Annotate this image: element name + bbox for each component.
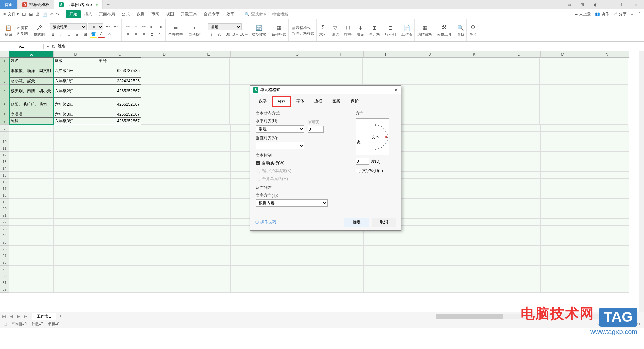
cell[interactable] [319, 286, 364, 293]
cell[interactable] [98, 286, 142, 293]
cell[interactable] [186, 179, 231, 185]
align-top-button[interactable]: ⬴ [124, 23, 131, 30]
cell[interactable] [452, 252, 496, 259]
cell[interactable] [54, 246, 98, 252]
cell[interactable] [9, 252, 54, 259]
vertical-text-checkbox[interactable] [356, 169, 360, 173]
cell[interactable] [319, 246, 364, 252]
cell[interactable] [9, 226, 54, 232]
cell[interactable] [141, 118, 185, 125]
cell[interactable] [496, 259, 541, 266]
cell[interactable] [54, 145, 98, 152]
cell[interactable] [584, 111, 628, 118]
cell[interactable] [231, 259, 275, 266]
cell[interactable] [452, 212, 496, 219]
cell[interactable] [452, 152, 496, 158]
cell[interactable] [9, 219, 54, 226]
cell[interactable] [54, 158, 98, 165]
cell[interactable] [585, 226, 629, 232]
cell[interactable]: 六年级2班 [53, 98, 97, 111]
cell[interactable] [585, 132, 629, 138]
cell[interactable] [185, 118, 230, 125]
cell[interactable] [141, 85, 185, 98]
cell[interactable] [231, 246, 275, 252]
col-header-B[interactable]: B [54, 51, 98, 58]
cell[interactable] [186, 145, 231, 152]
wrap-text-button[interactable]: ↵自动换行 [188, 24, 203, 37]
cell[interactable] [585, 165, 629, 172]
cell[interactable] [585, 125, 629, 132]
align-middle-button[interactable]: ≡ [132, 23, 139, 30]
command-search[interactable]: 🔍 查找命令、 [245, 11, 299, 17]
cell[interactable] [54, 286, 98, 293]
cell[interactable] [408, 272, 452, 279]
cell[interactable] [495, 78, 540, 85]
cell[interactable] [496, 192, 541, 199]
cell[interactable] [452, 132, 496, 138]
cell[interactable] [231, 279, 275, 286]
cell[interactable] [452, 192, 496, 199]
cell[interactable] [584, 64, 628, 78]
cell[interactable] [98, 199, 142, 205]
cell[interactable] [98, 179, 142, 185]
cell[interactable] [142, 219, 186, 226]
cell[interactable] [186, 246, 231, 252]
fill-button[interactable]: ⬇填充 [357, 24, 364, 37]
cell[interactable] [9, 132, 54, 138]
cell[interactable] [9, 165, 54, 172]
cell[interactable] [186, 199, 231, 205]
cell[interactable]: 六年级1班 [53, 78, 97, 84]
more-icon[interactable]: ⋯ [631, 12, 635, 17]
cell[interactable] [452, 165, 496, 172]
cell[interactable] [585, 286, 629, 293]
cell[interactable] [54, 279, 98, 286]
copy-button[interactable]: ⎘复制 [17, 31, 28, 36]
cell[interactable] [98, 138, 142, 145]
cell[interactable] [541, 145, 585, 152]
cell[interactable] [496, 246, 541, 252]
cell[interactable] [364, 232, 408, 239]
cell[interactable] [408, 132, 452, 138]
col-header-L[interactable]: L [496, 51, 541, 58]
paste-button[interactable]: 📋 粘贴 [5, 24, 12, 37]
comma-button[interactable]: ,00 [224, 31, 231, 38]
degree-input[interactable] [356, 158, 369, 165]
cell[interactable] [230, 58, 274, 64]
cell[interactable] [452, 158, 496, 165]
table-tools-button[interactable]: 🛠表格工具 [437, 24, 452, 37]
row-header-2[interactable]: 2 [0, 64, 9, 78]
cell[interactable] [364, 246, 408, 252]
chevron-up-icon[interactable]: ˄ [639, 12, 641, 17]
cell[interactable] [452, 172, 496, 179]
cell[interactable] [319, 239, 364, 246]
tab-home[interactable]: 首页 [0, 0, 18, 9]
cell[interactable] [54, 205, 98, 212]
cell[interactable] [541, 125, 585, 132]
cell[interactable] [231, 239, 275, 246]
row-header-4[interactable]: 4 [0, 85, 9, 98]
cell[interactable] [142, 138, 186, 145]
cell[interactable] [584, 58, 628, 64]
cell[interactable] [541, 252, 585, 259]
cell[interactable] [541, 259, 585, 266]
cell[interactable] [142, 165, 186, 172]
dialog-tab-border[interactable]: 边框 [309, 96, 327, 107]
cell[interactable] [408, 226, 452, 232]
indent-decrease-button[interactable]: ⇤ [149, 23, 155, 30]
row-header-5[interactable]: 5 [0, 98, 9, 111]
cell[interactable] [363, 64, 407, 78]
cell[interactable] [98, 152, 142, 158]
cell[interactable]: 六年级3班 [53, 118, 97, 124]
cell[interactable] [408, 192, 452, 199]
cell[interactable] [142, 199, 186, 205]
cell[interactable] [408, 125, 452, 132]
cell[interactable] [452, 125, 496, 132]
cell[interactable] [540, 111, 584, 118]
cell[interactable] [186, 232, 231, 239]
cell[interactable] [495, 118, 540, 125]
cell[interactable] [364, 252, 408, 259]
format-painter-button[interactable]: 🖌 格式刷 [34, 24, 45, 37]
bold-button[interactable]: B [50, 31, 56, 38]
cell[interactable] [142, 192, 186, 199]
goto-icon[interactable]: ⌖ [47, 44, 49, 49]
